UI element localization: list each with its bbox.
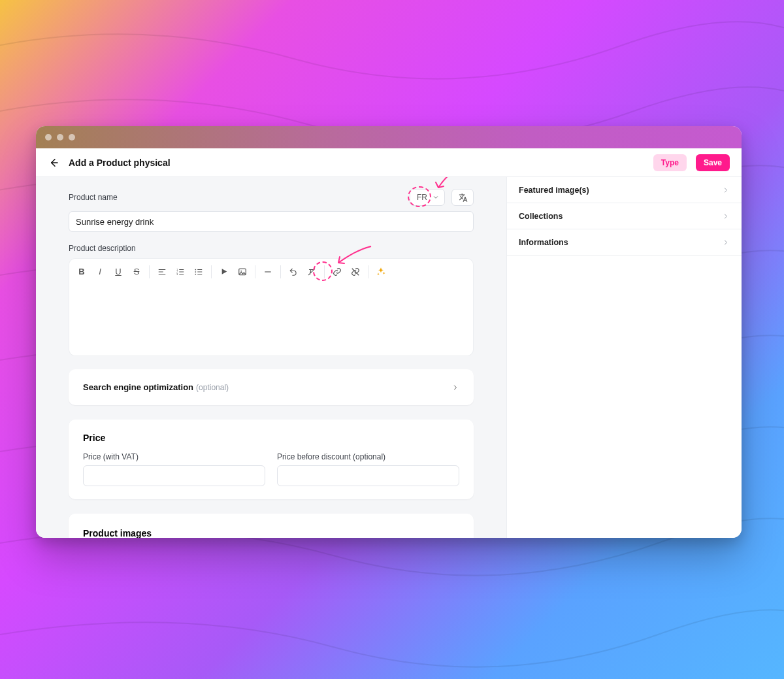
- save-button[interactable]: Save: [696, 154, 730, 171]
- bullet-list-button[interactable]: [190, 263, 207, 280]
- align-button[interactable]: [154, 263, 171, 280]
- sidebar-item-label: Informations: [519, 238, 568, 247]
- sidebar-item-collections[interactable]: Collections: [507, 203, 742, 229]
- price-before-input[interactable]: [277, 465, 459, 486]
- browser-window: Add a Product physical Type Save Product…: [36, 126, 742, 538]
- clear-format-icon: [307, 267, 316, 276]
- chevron-right-icon: [722, 212, 730, 220]
- play-icon: [220, 267, 229, 276]
- clear-format-button[interactable]: [303, 263, 320, 280]
- sidebar-item-informations[interactable]: Informations: [507, 229, 742, 256]
- price-vat-label: Price (with VAT): [83, 452, 265, 461]
- price-heading: Price: [83, 433, 459, 443]
- window-dot: [57, 134, 63, 141]
- ordered-list-icon: 123: [176, 267, 185, 276]
- price-card: Price Price (with VAT) Price before disc…: [69, 420, 474, 499]
- minus-icon: [263, 267, 272, 276]
- window-dot: [45, 134, 52, 141]
- align-icon: [157, 267, 167, 276]
- price-vat-input[interactable]: [83, 465, 265, 486]
- main-content-scroll[interactable]: Product name FR Product description: [36, 177, 506, 538]
- undo-icon: [289, 267, 298, 276]
- svg-point-4: [195, 271, 196, 273]
- strike-button[interactable]: S: [128, 263, 145, 280]
- window-titlebar: [36, 126, 742, 148]
- type-button[interactable]: Type: [653, 154, 687, 171]
- link-icon: [333, 267, 342, 276]
- undo-button[interactable]: [285, 263, 302, 280]
- chevron-right-icon: [722, 239, 730, 246]
- bold-button[interactable]: B: [73, 263, 90, 280]
- product-images-heading: Product images: [83, 528, 459, 538]
- name-description-section: Product name FR Product description: [69, 189, 474, 369]
- link-button[interactable]: [329, 263, 346, 280]
- image-icon: [238, 267, 247, 276]
- back-arrow-icon[interactable]: [48, 157, 59, 169]
- chevron-right-icon: [722, 186, 730, 194]
- right-sidebar: Featured image(s) Collections Informatio…: [506, 177, 742, 538]
- bullet-list-icon: [194, 267, 203, 276]
- ai-generate-button[interactable]: [372, 263, 389, 280]
- seo-title: Search engine optimization: [83, 382, 193, 392]
- underline-button[interactable]: U: [110, 263, 127, 280]
- ordered-list-button[interactable]: 123: [172, 263, 189, 280]
- page-title: Add a Product physical: [69, 157, 171, 168]
- sidebar-item-featured-images[interactable]: Featured image(s): [507, 177, 742, 203]
- image-button[interactable]: [234, 263, 251, 280]
- video-button[interactable]: [216, 263, 233, 280]
- svg-point-3: [195, 269, 196, 270]
- price-before-label: Price before discount (optional): [277, 452, 459, 461]
- product-description-label: Product description: [69, 244, 474, 253]
- translate-icon: [458, 193, 468, 203]
- translate-button[interactable]: [451, 189, 474, 206]
- sparkle-icon: [376, 267, 386, 277]
- page-header: Add a Product physical Type Save: [36, 148, 742, 177]
- product-name-input[interactable]: [69, 211, 474, 232]
- chevron-down-icon: [433, 194, 439, 201]
- svg-point-7: [240, 270, 242, 271]
- window-dot: [69, 134, 75, 141]
- unlink-button[interactable]: [347, 263, 364, 280]
- chevron-right-icon: [451, 384, 459, 391]
- seo-optional: (optional): [196, 383, 229, 392]
- divider-button[interactable]: [259, 263, 276, 280]
- sidebar-item-label: Collections: [519, 212, 563, 221]
- svg-point-5: [195, 273, 196, 274]
- unlink-icon: [351, 267, 360, 276]
- sidebar-item-label: Featured image(s): [519, 186, 589, 195]
- product-name-label: Product name: [69, 193, 403, 202]
- language-select[interactable]: FR: [410, 189, 445, 206]
- italic-button[interactable]: I: [91, 263, 108, 280]
- description-editor[interactable]: [69, 284, 474, 356]
- product-images-card: Product images: [69, 514, 474, 538]
- svg-text:3: 3: [176, 273, 178, 275]
- seo-card[interactable]: Search engine optimization (optional): [69, 369, 474, 405]
- language-value: FR: [417, 193, 427, 202]
- editor-toolbar: B I U S 123: [69, 258, 474, 284]
